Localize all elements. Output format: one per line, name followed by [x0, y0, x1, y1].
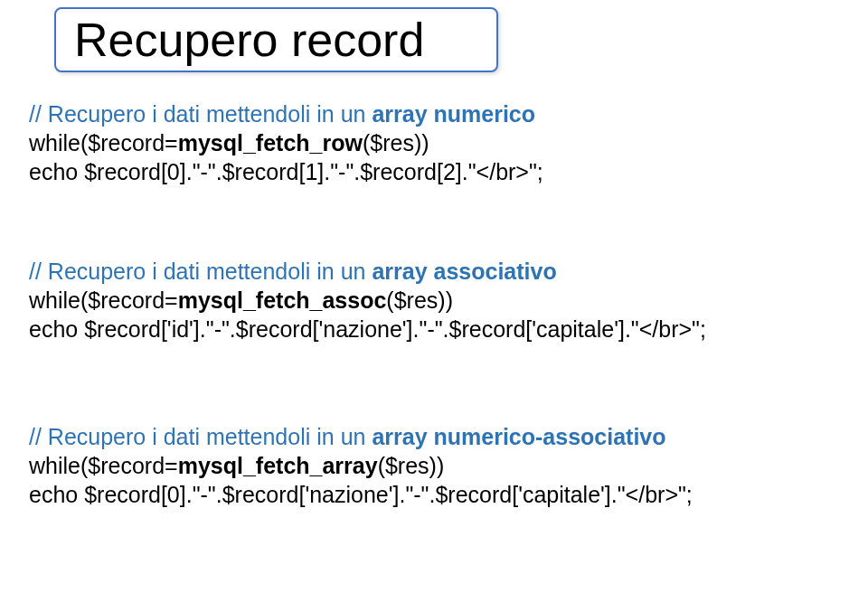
slide-title: Recupero record	[74, 13, 424, 67]
while-prefix: while($record=	[29, 130, 178, 155]
slide: Recupero record // Recupero i dati mette…	[0, 0, 868, 593]
title-box: Recupero record	[54, 7, 498, 72]
comment-text: // Recupero i dati mettendoli in un	[29, 101, 372, 127]
comment-bold: array numerico-associativo	[372, 424, 665, 449]
mysql-func: mysql_fetch_array	[178, 453, 378, 478]
comment-line: // Recupero i dati mettendoli in un arra…	[29, 257, 839, 286]
comment-line: // Recupero i dati mettendoli in un arra…	[29, 422, 839, 451]
comment-bold: array numerico	[372, 101, 535, 127]
while-line: while($record=mysql_fetch_assoc($res))	[29, 286, 839, 315]
while-suffix: ($res))	[386, 287, 453, 313]
while-line: while($record=mysql_fetch_row($res))	[29, 128, 839, 157]
while-prefix: while($record=	[29, 453, 178, 478]
echo-line: echo $record[0]."-".$record[1]."-".$reco…	[29, 157, 839, 186]
echo-line: echo $record['id']."-".$record['nazione'…	[29, 315, 839, 344]
while-line: while($record=mysql_fetch_array($res))	[29, 451, 839, 480]
code-block-3: // Recupero i dati mettendoli in un arra…	[29, 422, 839, 509]
mysql-func: mysql_fetch_row	[178, 130, 363, 155]
comment-line: // Recupero i dati mettendoli in un arra…	[29, 99, 839, 128]
echo-line: echo $record[0]."-".$record['nazione']."…	[29, 480, 839, 509]
while-prefix: while($record=	[29, 287, 178, 313]
comment-bold: array associativo	[372, 259, 556, 284]
code-block-1: // Recupero i dati mettendoli in un arra…	[29, 99, 839, 186]
code-block-2: // Recupero i dati mettendoli in un arra…	[29, 257, 839, 344]
comment-text: // Recupero i dati mettendoli in un	[29, 424, 372, 449]
comment-text: // Recupero i dati mettendoli in un	[29, 259, 372, 284]
while-suffix: ($res))	[378, 453, 445, 478]
while-suffix: ($res))	[363, 130, 429, 155]
mysql-func: mysql_fetch_assoc	[178, 287, 387, 313]
